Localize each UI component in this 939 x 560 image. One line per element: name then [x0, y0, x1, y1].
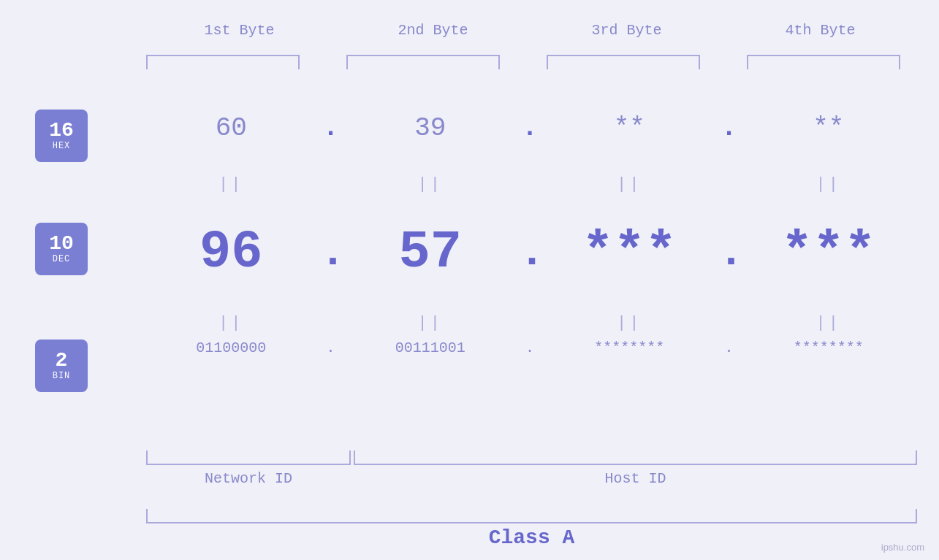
- hex-dot-2: .: [519, 113, 541, 143]
- dec-dot-1: .: [320, 228, 342, 277]
- label-class-a: Class A: [146, 526, 917, 549]
- bin-b3: ********: [541, 340, 718, 356]
- bin-b2: 00111001: [342, 340, 520, 356]
- dec-badge-label: DEC: [53, 254, 71, 264]
- main-container: 1st Byte 2nd Byte 3rd Byte 4th Byte 16 H…: [0, 0, 939, 560]
- equals-1-b3: ||: [541, 175, 718, 193]
- hex-dot-3: .: [718, 113, 740, 143]
- bin-badge: 2 BIN: [35, 340, 88, 392]
- bin-dot-1: .: [320, 340, 342, 356]
- dec-b3: ***: [541, 223, 718, 283]
- hex-b3: **: [541, 113, 718, 143]
- byte-headers: 1st Byte 2nd Byte 3rd Byte 4th Byte: [142, 22, 917, 39]
- equals-2-b2: ||: [342, 314, 520, 332]
- dec-b1: 96: [142, 223, 320, 283]
- byte-header-3: 3rd Byte: [530, 22, 723, 39]
- bracket-b3: [547, 55, 700, 69]
- bin-dot-3: .: [718, 340, 740, 356]
- hex-badge-num: 16: [49, 120, 74, 141]
- hex-b1: 60: [142, 113, 320, 143]
- dec-badge: 10 DEC: [35, 223, 88, 275]
- bin-badge-label: BIN: [53, 371, 71, 381]
- dec-b2: 57: [342, 223, 520, 283]
- bin-badge-num: 2: [56, 350, 68, 371]
- class-bracket: [146, 509, 917, 523]
- bin-b4: ********: [740, 340, 918, 356]
- bin-dot-2: .: [519, 340, 541, 356]
- equals-row-1: || || || ||: [142, 175, 917, 193]
- equals-row-2: || || || ||: [142, 314, 917, 332]
- dec-b4: ***: [740, 223, 918, 283]
- label-host-id: Host ID: [354, 470, 917, 487]
- watermark: ipshu.com: [881, 542, 924, 553]
- bracket-b2: [346, 55, 500, 69]
- byte-header-2: 2nd Byte: [336, 22, 530, 39]
- dec-badge-num: 10: [49, 234, 74, 254]
- byte-header-4: 4th Byte: [723, 22, 917, 39]
- network-id-bracket: [146, 450, 351, 465]
- hex-badge: 16 HEX: [35, 110, 88, 162]
- dec-row: 96 . 57 . *** . ***: [142, 223, 917, 283]
- label-network-id: Network ID: [146, 470, 351, 487]
- hex-b4: **: [740, 113, 918, 143]
- equals-2-b4: ||: [740, 314, 918, 332]
- dec-dot-3: .: [718, 228, 740, 277]
- bin-b1: 01100000: [142, 340, 320, 356]
- bracket-b4: [747, 55, 900, 69]
- equals-1-b2: ||: [342, 175, 520, 193]
- equals-1-b4: ||: [740, 175, 918, 193]
- equals-2-b1: ||: [142, 314, 320, 332]
- hex-b2: 39: [342, 113, 520, 143]
- equals-2-b3: ||: [541, 314, 718, 332]
- hex-badge-label: HEX: [53, 141, 71, 151]
- bin-row: 01100000 . 00111001 . ******** . *******…: [142, 340, 917, 356]
- hex-row: 60 . 39 . ** . **: [142, 113, 917, 143]
- hex-dot-1: .: [320, 113, 342, 143]
- dec-dot-2: .: [519, 228, 541, 277]
- equals-1-b1: ||: [142, 175, 320, 193]
- bracket-b1: [146, 55, 300, 69]
- rows-area: 1st Byte 2nd Byte 3rd Byte 4th Byte 16 H…: [0, 0, 939, 560]
- byte-header-1: 1st Byte: [142, 22, 336, 39]
- host-id-bracket: [354, 450, 917, 465]
